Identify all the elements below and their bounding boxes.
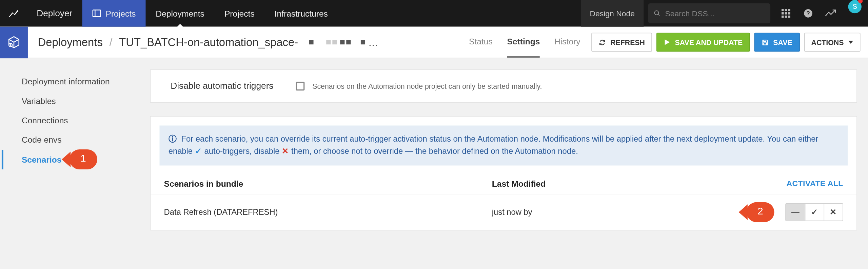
sidenav-item-code-envs[interactable]: Code envs	[0, 130, 150, 149]
nav-tab-label: Projects	[106, 8, 136, 18]
svg-rect-0	[93, 10, 101, 17]
search-box[interactable]	[648, 3, 770, 23]
panel-icon	[92, 9, 101, 17]
sidenav-item-scenarios[interactable]: Scenarios	[2, 150, 70, 169]
toggle-enable[interactable]: ✓	[805, 204, 824, 220]
save-icon	[762, 39, 769, 46]
override-toggle-group: — ✓ ✕	[785, 203, 843, 221]
nav-tab-infrastructures[interactable]: Infrastructures	[264, 0, 338, 27]
nav-tab-projects-2[interactable]: Projects	[214, 0, 264, 27]
info-text: auto-triggers, disable	[204, 146, 282, 155]
subtab-settings[interactable]: Settings	[507, 27, 540, 58]
active-caret-icon	[177, 24, 183, 27]
chevron-down-icon	[848, 41, 853, 44]
nav-tab-projects[interactable]: Projects	[82, 0, 146, 27]
nav-tab-deployments[interactable]: Deployments	[146, 0, 215, 27]
scenarios-table-header: Scenarios in bundle Last Modified ACTIVA…	[151, 170, 856, 193]
scenarios-panel: ⓘ For each scenario, you can override it…	[150, 116, 857, 230]
svg-text:?: ?	[806, 10, 810, 17]
design-node-link[interactable]: Design Node	[581, 0, 644, 27]
save-and-update-button[interactable]: SAVE AND UPDATE	[656, 33, 750, 52]
sub-header: Deployments / TUT_BATCH-on-automation_sp…	[0, 27, 868, 58]
sidenav-item-deployment-information[interactable]: Deployment information	[0, 71, 150, 91]
svg-rect-11	[785, 16, 787, 18]
project-cube-icon[interactable]	[0, 26, 28, 58]
col-header-modified: Last Modified	[492, 179, 787, 188]
svg-rect-10	[782, 16, 784, 18]
avatar-initial: S	[853, 3, 857, 11]
breadcrumb-sep: /	[109, 36, 112, 49]
svg-rect-7	[782, 12, 784, 15]
breadcrumb-root[interactable]: Deployments	[38, 36, 102, 49]
check-icon: ✓	[811, 207, 818, 216]
x-icon: ✕	[830, 207, 837, 216]
toggle-disable[interactable]: ✕	[824, 204, 843, 220]
callout-number: 1	[69, 153, 97, 164]
trend-icon[interactable]	[819, 0, 842, 27]
svg-rect-9	[788, 12, 791, 15]
nav-tab-label: Deployments	[156, 8, 204, 18]
actions-button[interactable]: ACTIONS	[804, 33, 860, 52]
play-icon	[664, 39, 671, 46]
check-icon: ✓	[195, 146, 202, 155]
svg-rect-5	[785, 9, 787, 11]
svg-point-2	[654, 11, 658, 15]
subtab-status[interactable]: Status	[469, 27, 493, 58]
button-label: ACTIONS	[811, 38, 844, 46]
info-box: ⓘ For each scenario, you can override it…	[159, 125, 847, 165]
sidenav-item-connections[interactable]: Connections	[0, 110, 150, 130]
info-icon: ⓘ	[169, 134, 177, 143]
disable-triggers-hint: Scenarios on the Automation node project…	[312, 82, 542, 90]
activate-all-link[interactable]: ACTIVATE ALL	[786, 179, 843, 188]
callout-number: 2	[747, 205, 774, 217]
search-input[interactable]	[665, 9, 765, 18]
user-avatar[interactable]: S	[848, 0, 862, 13]
nav-tab-label: Infrastructures	[275, 8, 328, 18]
svg-rect-17	[764, 42, 767, 44]
col-header-name: Scenarios in bundle	[164, 179, 492, 188]
search-icon	[654, 9, 661, 17]
scenario-name: Data Refresh (DATAREFRESH)	[164, 207, 492, 216]
disable-triggers-checkbox[interactable]	[296, 82, 304, 90]
info-text: the behavior defined on the Automation n…	[415, 146, 578, 155]
minus-icon: —	[405, 146, 413, 155]
refresh-button[interactable]: REFRESH	[591, 33, 652, 52]
settings-panel: Disable automatic triggers Scenarios on …	[150, 69, 857, 103]
sidenav-item-variables[interactable]: Variables	[0, 91, 150, 110]
apps-icon[interactable]	[775, 0, 797, 27]
callout-2: 2	[747, 202, 774, 222]
help-icon[interactable]: ?	[797, 0, 820, 27]
scenario-modified: just now by	[492, 207, 747, 216]
x-icon: ✕	[282, 146, 289, 155]
disable-triggers-label: Disable automatic triggers	[171, 81, 273, 91]
sub-tabs: Status Settings History	[469, 27, 580, 58]
subtab-history[interactable]: History	[554, 27, 580, 58]
svg-line-3	[658, 14, 659, 16]
save-button[interactable]: SAVE	[754, 33, 800, 52]
info-text: them, or choose not to override	[291, 146, 405, 155]
notification-dot-icon	[858, 0, 863, 3]
side-nav: Deployment information Variables Connect…	[0, 58, 150, 241]
table-row: Data Refresh (DATAREFRESH) just now by 2…	[151, 193, 856, 230]
button-label: SAVE AND UPDATE	[675, 38, 743, 46]
svg-rect-16	[764, 40, 766, 41]
refresh-icon	[599, 39, 606, 46]
svg-rect-6	[788, 9, 791, 11]
callout-1: 1	[69, 149, 97, 169]
nav-tab-label: Projects	[224, 8, 255, 18]
redacted-pixels: ...	[309, 36, 378, 49]
breadcrumb-current: TUT_BATCH-on-automation_space-	[119, 36, 298, 49]
svg-rect-12	[788, 16, 791, 18]
breadcrumb: Deployments / TUT_BATCH-on-automation_sp…	[38, 36, 378, 49]
button-label: REFRESH	[610, 38, 645, 46]
button-label: SAVE	[773, 38, 792, 46]
svg-rect-4	[782, 9, 784, 11]
top-nav: Deployer Projects Deployments Projects I…	[0, 0, 868, 27]
logo-icon[interactable]	[0, 0, 27, 27]
toggle-no-override[interactable]: —	[786, 204, 805, 220]
brand-label[interactable]: Deployer	[27, 0, 82, 27]
minus-icon: —	[791, 207, 800, 216]
svg-rect-8	[785, 12, 787, 15]
